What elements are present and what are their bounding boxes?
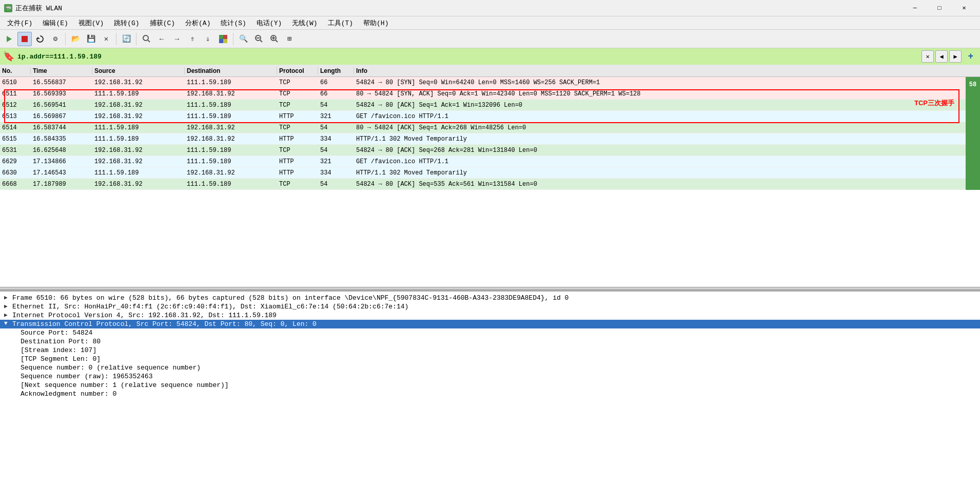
table-row[interactable]: 6514 16.583744 111.1.59.189 192.168.31.9… <box>0 122 980 133</box>
zoom-out-button[interactable] <box>251 32 266 46</box>
table-row[interactable]: 6515 16.584335 111.1.59.189 192.168.31.9… <box>0 133 980 145</box>
expand-icon: ▶ <box>4 294 12 301</box>
stop-capture-button[interactable] <box>17 32 32 46</box>
save-file-button[interactable]: 💾 <box>84 32 98 46</box>
table-row[interactable]: 6513 16.569867 192.168.31.92 111.1.59.18… <box>0 111 980 122</box>
green-side-badge: 58 <box>966 77 980 190</box>
detail-row-stream-index[interactable]: [Stream index: 107] <box>0 346 980 355</box>
maximize-button[interactable]: □ <box>928 0 951 16</box>
reload-button[interactable]: 🔄 <box>119 32 133 46</box>
detail-text: [Next sequence number: 1 (relative seque… <box>21 381 976 389</box>
zoom-reset-button[interactable] <box>267 32 281 46</box>
table-row[interactable]: 6511 16.569393 111.1.59.189 192.168.31.9… <box>0 88 980 100</box>
go-first-button[interactable]: ⇑ <box>185 32 200 46</box>
close-button[interactable]: ✕ <box>952 0 976 16</box>
filter-input[interactable]: ip.addr==111.1.59.189 <box>17 50 918 63</box>
fit-zoom-button[interactable]: ⊞ <box>282 32 297 46</box>
detail-text: Transmission Control Protocol, Src Port:… <box>12 320 976 328</box>
detail-row-ack-num[interactable]: Acknowledgment number: 0 <box>0 390 980 398</box>
detail-row-segment-len[interactable]: [TCP Segment Len: 0] <box>0 355 980 363</box>
restart-capture-button[interactable] <box>33 32 47 46</box>
svg-rect-1 <box>22 36 28 42</box>
minimize-button[interactable]: ─ <box>903 0 927 16</box>
capture-options-button[interactable]: ⚙ <box>48 32 63 46</box>
back-button[interactable]: ← <box>154 32 169 46</box>
open-file-button[interactable]: 📂 <box>68 32 83 46</box>
svg-rect-8 <box>223 39 227 43</box>
table-row[interactable]: 6629 17.134866 192.168.31.92 111.1.59.18… <box>0 156 980 167</box>
titlebar: 🦈 正在捕获 WLAN ─ □ ✕ <box>0 0 980 16</box>
zoom-in-button[interactable]: 🔍 <box>236 32 250 46</box>
col-header-info: Info <box>354 67 980 74</box>
menu-tools[interactable]: 工具(T) <box>323 17 358 29</box>
col-header-source: Source <box>92 67 185 74</box>
filter-bookmark-icon[interactable]: 🔖 <box>3 51 14 62</box>
window-title: 正在捕获 WLAN <box>15 4 62 13</box>
table-row[interactable]: 6512 16.569541 192.168.31.92 111.1.59.18… <box>0 100 980 111</box>
menu-go[interactable]: 跳转(G) <box>109 17 144 29</box>
col-header-time: Time <box>31 67 92 74</box>
expand-icon <box>12 338 21 344</box>
detail-text: Source Port: 54824 <box>21 329 976 337</box>
go-last-button[interactable]: ⇓ <box>201 32 215 46</box>
detail-row-seq-raw[interactable]: Sequence number (raw): 1965352463 <box>0 372 980 381</box>
table-row[interactable]: 6630 17.146543 111.1.59.189 192.168.31.9… <box>0 167 980 179</box>
detail-text: [Stream index: 107] <box>21 346 976 354</box>
title-area: 🦈 正在捕获 WLAN <box>4 4 62 13</box>
col-header-destination: Destination <box>185 67 277 74</box>
svg-point-3 <box>143 35 148 41</box>
filter-next-button[interactable]: ▶ <box>949 50 962 63</box>
toolbar: ⚙ 📂 💾 ✕ 🔄 ← → ⇑ ⇓ 🔍 ⊞ <box>0 30 980 48</box>
detail-row-seq-num[interactable]: Sequence number: 0 (relative sequence nu… <box>0 363 980 372</box>
start-capture-button[interactable] <box>2 32 16 46</box>
svg-line-4 <box>148 40 150 42</box>
filter-add-button[interactable]: + <box>965 50 977 63</box>
detail-text: Internet Protocol Version 4, Src: 192.16… <box>12 312 976 319</box>
detail-row-ethernet[interactable]: ▶ Ethernet II, Src: HonHaiPr_40:f4:f1 (2… <box>0 302 980 311</box>
detail-row-ip[interactable]: ▶ Internet Protocol Version 4, Src: 192.… <box>0 311 980 320</box>
col-header-length: Length <box>318 67 354 74</box>
menu-edit[interactable]: 编辑(E) <box>37 17 73 29</box>
forward-button[interactable]: → <box>170 32 184 46</box>
table-row[interactable]: 6531 16.625648 192.168.31.92 111.1.59.18… <box>0 145 980 156</box>
menu-help[interactable]: 帮助(H) <box>358 17 394 29</box>
detail-text: Ethernet II, Src: HonHaiPr_40:f4:f1 (2c:… <box>12 303 976 311</box>
menubar: 文件(F) 编辑(E) 视图(V) 跳转(G) 捕获(C) 分析(A) 统计(S… <box>0 16 980 30</box>
detail-row-frame[interactable]: ▶ Frame 6510: 66 bytes on wire (528 bits… <box>0 294 980 302</box>
expand-icon: ▶ <box>4 303 12 309</box>
menu-view[interactable]: 视图(V) <box>73 17 109 29</box>
packet-list-header: No. Time Source Destination Protocol Len… <box>0 65 980 77</box>
detail-text: Sequence number: 0 (relative sequence nu… <box>21 364 976 372</box>
expand-icon: ▼ <box>4 320 12 326</box>
detail-row-next-seq[interactable]: [Next sequence number: 1 (relative seque… <box>0 381 980 390</box>
svg-rect-5 <box>219 35 223 39</box>
menu-wireless[interactable]: 无线(W) <box>287 17 322 29</box>
detail-text: Frame 6510: 66 bytes on wire (528 bits),… <box>12 294 976 302</box>
detail-text: [TCP Segment Len: 0] <box>21 355 976 363</box>
menu-stats[interactable]: 统计(S) <box>215 17 251 29</box>
svg-marker-0 <box>7 36 12 42</box>
find-packet-button[interactable] <box>139 32 153 46</box>
filter-clear-button[interactable]: ✕ <box>922 50 934 63</box>
window-controls: ─ □ ✕ <box>903 0 976 16</box>
svg-rect-6 <box>223 35 227 39</box>
detail-row-tcp[interactable]: ▼ Transmission Control Protocol, Src Por… <box>0 320 980 328</box>
menu-file[interactable]: 文件(F) <box>2 17 37 29</box>
detail-row-src-port[interactable]: Source Port: 54824 <box>0 328 980 337</box>
table-row[interactable]: 6668 17.187989 192.168.31.92 111.1.59.18… <box>0 179 980 190</box>
detail-row-dst-port[interactable]: Destination Port: 80 <box>0 337 980 346</box>
expand-icon <box>12 346 21 353</box>
menu-analyze[interactable]: 分析(A) <box>180 17 215 29</box>
menu-capture[interactable]: 捕获(C) <box>145 17 180 29</box>
filter-prev-button[interactable]: ◀ <box>935 50 948 63</box>
close-file-button[interactable]: ✕ <box>99 32 113 46</box>
expand-icon: ▶ <box>4 312 12 318</box>
table-row[interactable]: 6510 16.556837 192.168.31.92 111.1.59.18… <box>0 77 980 88</box>
toolbar-sep-4 <box>233 33 233 45</box>
app-icon: 🦈 <box>4 4 12 12</box>
menu-phone[interactable]: 电话(Y) <box>251 17 287 29</box>
packet-detail-pane: ▶ Frame 6510: 66 bytes on wire (528 bits… <box>0 290 980 485</box>
colorize-button[interactable] <box>216 32 230 46</box>
toolbar-sep-1 <box>65 33 66 45</box>
packet-list-pane: No. Time Source Destination Protocol Len… <box>0 65 980 287</box>
